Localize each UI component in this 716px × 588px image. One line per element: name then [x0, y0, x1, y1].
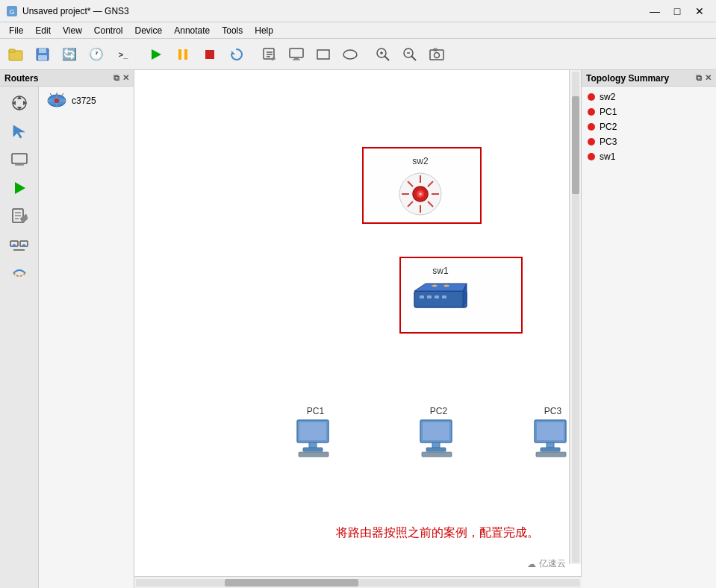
svg-marker-11 [231, 51, 235, 54]
screenshot-icon [429, 46, 445, 63]
close-button[interactable]: ✕ [689, 4, 710, 19]
stop-button[interactable] [197, 42, 222, 67]
topo-item-pc2[interactable]: PC2 [585, 119, 713, 134]
left-sidebar [0, 87, 39, 588]
rectangle-icon [315, 46, 331, 63]
stop-icon [202, 46, 218, 63]
menu-device[interactable]: Device [129, 24, 169, 37]
device-label-sw2: sw2 [412, 156, 428, 166]
device-sw2[interactable]: sw2 [394, 156, 446, 216]
maximize-button[interactable]: □ [667, 4, 688, 19]
svg-point-57 [55, 99, 59, 103]
panel-close[interactable]: ✕ [122, 73, 129, 83]
svg-line-25 [385, 56, 389, 60]
device-pc2[interactable]: PC2 [414, 406, 463, 459]
topo-label-pc3: PC3 [600, 137, 617, 147]
menu-tools[interactable]: Tools [216, 24, 249, 37]
device-sw1[interactable]: sw1 [411, 266, 470, 319]
zoom-in-button[interactable] [370, 42, 396, 67]
menu-view[interactable]: View [57, 24, 88, 37]
topo-item-pc3[interactable]: PC3 [585, 134, 713, 149]
svg-rect-20 [317, 50, 329, 59]
menu-control[interactable]: Control [88, 24, 129, 37]
move-tool-icon [10, 93, 29, 113]
svg-point-30 [435, 52, 440, 57]
svg-rect-79 [442, 295, 446, 298]
edit-button[interactable] [257, 42, 282, 67]
svg-point-72 [419, 193, 422, 196]
svg-marker-74 [414, 284, 467, 291]
menu-edit[interactable]: Edit [29, 24, 57, 37]
svg-marker-37 [13, 125, 25, 138]
hscroll-thumb[interactable] [225, 579, 358, 587]
slink-icon [10, 263, 29, 283]
svg-rect-95 [537, 422, 564, 440]
canvas-vscroll [569, 70, 581, 564]
menu-file[interactable]: File [3, 24, 29, 37]
note-button[interactable] [4, 203, 34, 230]
menu-annotate[interactable]: Annotate [168, 24, 216, 37]
svg-rect-9 [184, 49, 187, 60]
panel-close-right[interactable]: ✕ [705, 73, 712, 83]
svg-rect-96 [547, 442, 554, 448]
canvas-annotation-text: 将路由器按照之前的案例，配置完成。 [336, 525, 539, 541]
left-panel-header-controls: ⧉ ✕ [113, 73, 129, 83]
save-button[interactable] [30, 42, 55, 67]
canvas-area[interactable]: sw2 [134, 70, 582, 576]
monitor-button[interactable] [284, 42, 309, 67]
device-label-pc2: PC2 [430, 406, 447, 416]
minimize-button[interactable]: — [644, 4, 665, 19]
pc2-icon [414, 418, 463, 459]
device-label-sw1: sw1 [432, 266, 448, 276]
panel-undock-right[interactable]: ⧉ [696, 73, 702, 83]
canvas-content: sw2 [134, 70, 581, 576]
svg-text:G: G [9, 8, 14, 16]
svg-rect-38 [12, 154, 27, 163]
svg-rect-88 [299, 452, 329, 457]
reload-button[interactable] [224, 42, 249, 67]
rectangle-button[interactable] [311, 42, 336, 67]
topo-item-sw1[interactable]: sw1 [585, 149, 713, 164]
svg-rect-92 [426, 448, 446, 451]
refresh-icon: 🔄 [62, 47, 77, 61]
clock-icon: 🕐 [89, 47, 104, 61]
topo-label-sw1: sw1 [600, 151, 615, 162]
move-tool-button[interactable] [4, 90, 34, 116]
svg-rect-6 [38, 55, 47, 60]
left-panel-header: Routers ⧉ ✕ [0, 70, 134, 87]
menu-help[interactable]: Help [249, 24, 279, 37]
pause-button[interactable] [170, 42, 196, 67]
open-folder-button[interactable] [3, 42, 28, 67]
note-icon [10, 207, 29, 226]
zoom-out-icon [402, 46, 418, 63]
app-icon: G [6, 5, 18, 17]
device-tool-icon [10, 150, 29, 169]
slink-button[interactable] [4, 260, 34, 287]
play-device-icon [10, 178, 29, 198]
play-button[interactable] [143, 42, 169, 67]
terminal-button[interactable]: >_ [110, 42, 136, 67]
sw2-icon [394, 168, 446, 216]
screenshot-button[interactable] [424, 42, 449, 67]
arrow-tool-button[interactable] [4, 118, 34, 145]
zoom-out-button[interactable] [397, 42, 423, 67]
svg-rect-77 [427, 295, 432, 298]
vscroll-thumb[interactable] [572, 96, 579, 195]
router-item-label-c3725: c3725 [72, 96, 96, 106]
link-button[interactable] [4, 231, 34, 258]
refresh-button[interactable]: 🔄 [57, 42, 82, 67]
ellipse-button[interactable] [337, 42, 363, 67]
topo-item-sw2[interactable]: sw2 [585, 90, 713, 104]
right-panel: Topology Summary ⧉ ✕ sw2 PC1 PC2 PC3 [582, 70, 716, 588]
device-tool-button[interactable] [4, 146, 34, 173]
clock-button[interactable]: 🕐 [84, 42, 109, 67]
play-device-button[interactable] [4, 175, 34, 201]
topo-status-pc1 [588, 108, 595, 116]
svg-point-50 [22, 244, 25, 247]
router-item-c3725[interactable]: c3725 [42, 90, 131, 112]
panel-undock[interactable]: ⧉ [113, 73, 119, 83]
titlebar-left: G Unsaved project* — GNS3 [6, 5, 129, 17]
routers-panel-title: Routers [4, 73, 38, 84]
device-pc1[interactable]: PC1 [291, 406, 340, 459]
topo-item-pc1[interactable]: PC1 [585, 104, 713, 119]
